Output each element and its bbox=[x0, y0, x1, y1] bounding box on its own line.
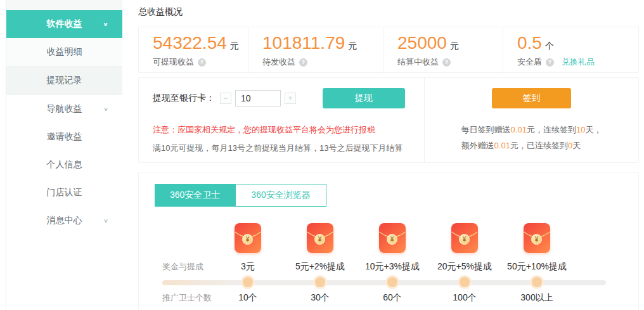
tab-browser[interactable]: 360安全浏览器 bbox=[235, 184, 326, 207]
sidebar-item-software-revenue[interactable]: 软件收益 ∨ bbox=[6, 10, 122, 38]
milestone-track-row bbox=[162, 277, 638, 288]
count-row-label: 推广卫士个数 bbox=[162, 292, 212, 304]
chevron-down-icon: ∨ bbox=[103, 217, 108, 224]
help-icon[interactable]: ? bbox=[299, 58, 307, 67]
signin-section: 签到 每日签到赠送0.01元，连续签到10天， 额外赠送0.01元，已连续签到0… bbox=[424, 78, 638, 162]
count-row: 推广卫士个数 10个 30个 60个 100个 300以上 bbox=[162, 292, 638, 304]
withdraw-button[interactable]: 提现 bbox=[323, 88, 405, 108]
sidebar: 软件收益 ∨ 收益明细 提现记录 导航收益 ∨ 邀请收益 个人信息 门店认证 消… bbox=[6, 0, 122, 310]
tab-safeguard[interactable]: 360安全卫士 bbox=[155, 184, 235, 207]
page: 软件收益 ∨ 收益明细 提现记录 导航收益 ∨ 邀请收益 个人信息 门店认证 消… bbox=[0, 0, 644, 310]
coin-icon: ¥ bbox=[314, 234, 325, 245]
sidebar-item-label: 消息中心 bbox=[47, 215, 82, 226]
amount-input[interactable] bbox=[235, 90, 281, 107]
red-envelope-icon: ¥ bbox=[524, 223, 550, 253]
page-title: 总收益概况 bbox=[138, 6, 639, 18]
bonus-row-label: 奖金与提成 bbox=[162, 261, 212, 273]
stat-label: 安全盾 bbox=[517, 56, 542, 68]
signin-rules-text: 每日签到赠送0.01元，连续签到10天， 额外赠送0.01元，已连续签到0天 bbox=[461, 122, 602, 153]
red-envelope-icon: ¥ bbox=[235, 223, 261, 253]
sidebar-item-message-center[interactable]: 消息中心 ∨ bbox=[6, 207, 122, 235]
sidebar-item-invite-revenue[interactable]: 邀请收益 bbox=[6, 123, 122, 151]
decrease-button[interactable]: − bbox=[220, 93, 231, 104]
product-tabs: 360安全卫士 360安全浏览器 bbox=[155, 184, 638, 207]
sidebar-item-label: 门店认证 bbox=[47, 187, 82, 198]
amount-stepper: − + bbox=[220, 90, 296, 107]
sidebar-item-label: 软件收益 bbox=[47, 18, 82, 30]
sidebar-item-label: 个人信息 bbox=[47, 159, 82, 171]
stat-label: 结算中收益 bbox=[397, 56, 439, 68]
stat-pending: 101811.79元 待发收益? bbox=[248, 27, 383, 72]
bonus-row: 奖金与提成 3元 5元+2%提成 10元+3%提成 20元+5%提成 50元+1… bbox=[162, 261, 638, 273]
stat-unit: 个 bbox=[545, 41, 554, 51]
sidebar-item-label: 导航收益 bbox=[47, 103, 82, 115]
tier-envelope: ¥ bbox=[212, 223, 284, 253]
stat-withdrawable: 54322.54元 可提现收益? bbox=[139, 27, 248, 72]
stat-value: 25000 bbox=[397, 33, 447, 53]
milestone-dot-icon bbox=[315, 277, 325, 287]
chevron-down-icon: ∨ bbox=[103, 106, 108, 112]
tier-envelope: ¥ bbox=[284, 223, 356, 253]
stat-unit: 元 bbox=[450, 41, 459, 51]
sidebar-item-navigation-revenue[interactable]: 导航收益 ∨ bbox=[6, 95, 122, 123]
count-value: 60个 bbox=[356, 292, 428, 304]
stat-unit: 元 bbox=[230, 41, 239, 51]
milestone-dot-icon bbox=[532, 277, 542, 287]
redeem-gift-link[interactable]: 兑换礼品 bbox=[562, 56, 595, 68]
coin-icon: ¥ bbox=[387, 234, 397, 245]
bonus-value: 5元+2%提成 bbox=[284, 261, 356, 273]
milestone-dot-icon bbox=[387, 277, 397, 287]
sidebar-item-label: 邀请收益 bbox=[47, 131, 82, 143]
coin-icon: ¥ bbox=[531, 234, 542, 245]
help-icon[interactable]: ? bbox=[546, 58, 554, 67]
withdraw-signin-card: 提现至银行卡： − + 提现 注意：应国家相关规定，您的提现收益平台将会为您进行… bbox=[138, 77, 639, 163]
count-value: 300以上 bbox=[501, 292, 573, 304]
bonus-value: 20元+5%提成 bbox=[428, 261, 501, 273]
chevron-down-icon: ∨ bbox=[103, 21, 108, 27]
sidebar-item-label: 提现记录 bbox=[47, 75, 82, 86]
count-value: 100个 bbox=[428, 292, 501, 304]
withdraw-label: 提现至银行卡： bbox=[153, 93, 215, 104]
stat-value: 101811.79 bbox=[262, 33, 345, 53]
milestone-dot-icon bbox=[460, 277, 470, 287]
withdraw-rules-text: 满10元可提现，每月13号之前提现当月结算，13号之后提现下月结算 bbox=[153, 143, 424, 154]
coin-icon: ¥ bbox=[459, 234, 470, 245]
tier-envelope: ¥ bbox=[356, 223, 428, 253]
help-icon[interactable]: ? bbox=[442, 58, 451, 67]
sidebar-item-store-certification[interactable]: 门店认证 bbox=[6, 179, 122, 207]
revenue-stats-card: 54322.54元 可提现收益? 101811.79元 待发收益? 25000元… bbox=[138, 27, 639, 73]
signin-rule-line2: 额外赠送0.01元，已连续签到0天 bbox=[461, 138, 602, 153]
sidebar-item-personal-info[interactable]: 个人信息 bbox=[6, 151, 122, 179]
red-envelope-icon: ¥ bbox=[451, 223, 478, 253]
sidebar-top-strip bbox=[6, 0, 122, 10]
tier-envelope: ¥ bbox=[501, 223, 573, 253]
stat-value: 54322.54 bbox=[153, 33, 227, 53]
red-envelope-icon: ¥ bbox=[307, 223, 333, 253]
left-gutter bbox=[0, 0, 6, 310]
bonus-value: 3元 bbox=[212, 261, 284, 273]
tier-envelope: ¥ bbox=[428, 223, 501, 253]
help-icon[interactable]: ? bbox=[198, 58, 206, 67]
sidebar-item-label: 收益明细 bbox=[47, 46, 82, 58]
coin-icon: ¥ bbox=[242, 234, 253, 245]
stat-security-shield: 0.5个 安全盾?兑换礼品 bbox=[503, 27, 638, 72]
count-value: 30个 bbox=[284, 292, 356, 304]
bonus-value: 10元+3%提成 bbox=[356, 261, 428, 273]
stat-label: 待发收益 bbox=[262, 56, 295, 68]
signin-button[interactable]: 签到 bbox=[492, 88, 571, 108]
bonus-value: 50元+10%提成 bbox=[501, 261, 573, 273]
stat-value: 0.5 bbox=[517, 33, 542, 53]
signin-rule-line1: 每日签到赠送0.01元，连续签到10天， bbox=[461, 122, 602, 138]
sidebar-item-withdraw-records[interactable]: 提现记录 bbox=[6, 67, 122, 95]
withdraw-section: 提现至银行卡： − + 提现 注意：应国家相关规定，您的提现收益平台将会为您进行… bbox=[139, 78, 424, 162]
red-envelope-icon: ¥ bbox=[379, 223, 406, 253]
increase-button[interactable]: + bbox=[285, 93, 296, 104]
stat-settling: 25000元 结算中收益? bbox=[383, 27, 503, 72]
stat-label: 可提现收益 bbox=[153, 56, 194, 68]
stat-unit: 元 bbox=[348, 41, 357, 51]
milestone-dot-icon bbox=[243, 277, 253, 287]
count-value: 10个 bbox=[212, 292, 284, 304]
promotion-card: 360安全卫士 360安全浏览器 ¥ ¥ ¥ ¥ ¥ 奖金与提成 3元 5元+2… bbox=[138, 172, 639, 310]
main-content: 总收益概况 54322.54元 可提现收益? 101811.79元 待发收益? … bbox=[122, 0, 644, 310]
sidebar-item-revenue-detail[interactable]: 收益明细 bbox=[6, 38, 122, 67]
